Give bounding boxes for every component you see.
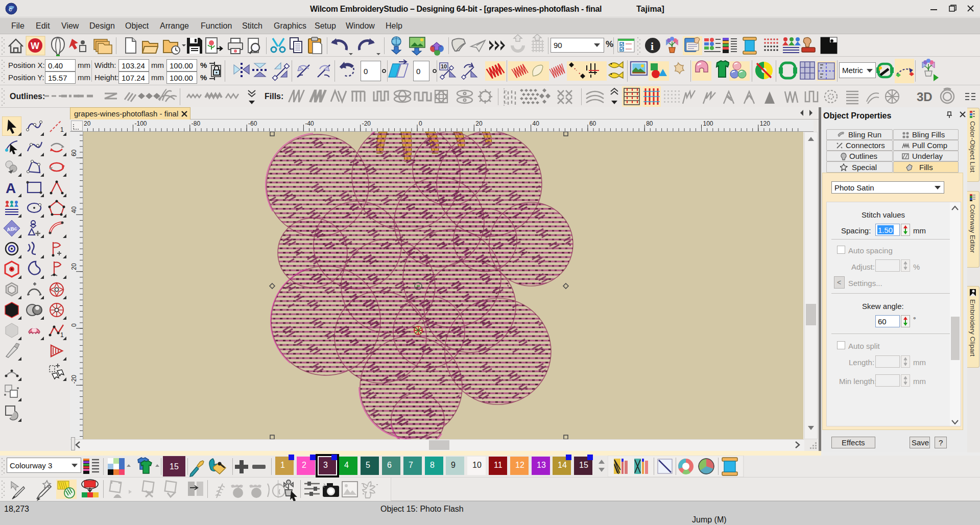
- svg-text:20: 20: [70, 263, 78, 270]
- svg-text:40: 40: [70, 206, 78, 213]
- svg-text:-80: -80: [192, 120, 201, 127]
- svg-text:C: C: [9, 7, 12, 12]
- svg-text:1: 1: [60, 126, 64, 133]
- svg-text:1: 1: [60, 331, 64, 339]
- svg-text:-20: -20: [362, 120, 371, 127]
- svg-text:100: 100: [703, 120, 713, 127]
- svg-text:80: 80: [646, 120, 653, 127]
- svg-text:60: 60: [589, 120, 596, 127]
- svg-text:-60: -60: [248, 120, 257, 127]
- svg-text:15: 15: [170, 462, 179, 471]
- svg-text:120: 120: [760, 120, 770, 127]
- svg-text:-20: -20: [70, 375, 78, 384]
- svg-text:0: 0: [419, 120, 422, 127]
- svg-text:-40: -40: [305, 120, 314, 127]
- svg-text:20: 20: [475, 120, 483, 127]
- svg-text:10: 10: [441, 63, 447, 69]
- svg-text:W: W: [31, 41, 39, 51]
- svg-text:20: 20: [84, 120, 91, 127]
- svg-text:3D: 3D: [917, 90, 933, 104]
- svg-text:A: A: [6, 180, 16, 196]
- svg-text:-100: -100: [135, 120, 147, 127]
- svg-text:60: 60: [70, 149, 78, 156]
- svg-text:40: 40: [533, 120, 540, 127]
- svg-text:0: 0: [70, 323, 78, 327]
- svg-text:i: i: [651, 40, 654, 53]
